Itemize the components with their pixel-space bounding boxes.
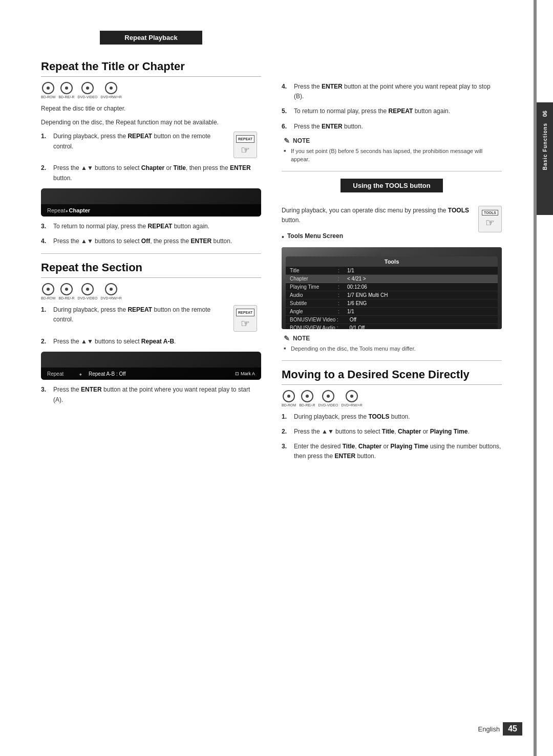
repeat-label: REPEAT (236, 135, 254, 143)
step-section-num-3: 3. (41, 385, 49, 404)
osd-repeat-label: Repeat (47, 207, 65, 213)
disc-icons-row1: BD-ROM BD-RE/-R DVD-VIDEO DVD+RW/+R (41, 82, 261, 99)
repeat-section-heading: Repeat the Section (41, 261, 261, 278)
step-repeat-4: 4. Press the ▲▼ buttons to select Off, t… (41, 236, 261, 246)
chapter-label: Basic Functions (542, 123, 548, 170)
note-label-2: NOTE (293, 335, 310, 342)
step-right-5: 5. To return to normal play, press the R… (282, 106, 502, 116)
disc-icon-dvdrw2: DVD+RW/+R (100, 283, 122, 300)
disc-icon-bdrer2: BD-RE/-R (58, 283, 74, 300)
note-item-2: Depending on the disc, the Tools menu ma… (284, 344, 502, 353)
osd-chapter-value: Chapter (69, 207, 90, 213)
step-right-text-4: Press the ENTER button at the point wher… (294, 82, 502, 101)
step-right-text-5: To return to normal play, press the REPE… (294, 106, 502, 116)
divider2 (282, 171, 502, 171)
step-moving-1: 1. During playback, press the TOOLS butt… (282, 412, 502, 422)
step-right-num-5: 5. (282, 106, 290, 116)
disc-icons-row3: BD-ROM BD-RE/-R DVD-VIDEO DVD+RW/+R (282, 390, 502, 407)
repeat-label2: REPEAT (236, 309, 254, 316)
hand-cursor-icon3: ☞ (485, 218, 495, 228)
page-number-container: English 45 (478, 722, 522, 736)
step-right-num-6: 6. (282, 122, 290, 132)
disc-icon-dvdrw: DVD+RW/+R (100, 82, 122, 99)
step-moving-text-2: Press the ▲▼ buttons to select Title, Ch… (294, 427, 502, 437)
note-icon-1: ✎ (284, 137, 290, 145)
osd-ab-label: Repeat (47, 371, 73, 377)
tools-screen-bg: Tools Title : 1/1 Chapter : < 4/21 > (282, 247, 502, 329)
tools-screen-container: Tools Title : 1/1 Chapter : < 4/21 > (282, 247, 502, 329)
step-section-num-1: 1. (41, 305, 49, 332)
step-moving-3: 3. Enter the desired Title, Chapter or P… (282, 442, 502, 461)
step-section-text-1: During playback, press the REPEAT button… (53, 305, 225, 332)
step-section-2: 2. Press the ▲▼ buttons to select Repeat… (41, 337, 261, 347)
repeat-intro1: Repeat the disc title or chapter. (41, 104, 261, 114)
step-moving-text-1: During playback, press the TOOLS button. (294, 412, 502, 422)
disc-icon-dvdvideo2: DVD-VIDEO (78, 283, 98, 300)
step-section-text-2: Press the ▲▼ buttons to select Repeat A-… (53, 337, 261, 347)
tools-menu-bullet: • Tools Menu Screen (282, 232, 502, 243)
side-tab: 06 Basic Functions (537, 102, 553, 215)
tools-intro-text: During playback, you can operate disc me… (282, 206, 502, 225)
step-moving-2: 2. Press the ▲▼ buttons to select Title,… (282, 427, 502, 437)
step-moving-num-2: 2. (282, 427, 290, 437)
disc-icon-dvdvideo3: DVD-VIDEO (318, 390, 338, 407)
bullet-dot: • (282, 232, 284, 243)
step-section-1: 1. During playback, press the REPEAT but… (41, 305, 261, 332)
step-repeat-1: 1. During playback, press the REPEAT but… (41, 132, 261, 158)
title-or-chapter-heading: Repeat the Title or Chapter (41, 60, 261, 77)
step-text-2: Press the ▲▼ buttons to select Chapter o… (53, 163, 261, 183)
step-num-2: 2. (41, 163, 49, 183)
note-item-1: If you set point (B) before 5 seconds ha… (284, 147, 502, 164)
step-num-1: 1. (41, 132, 49, 158)
divider3 (282, 360, 502, 361)
repeat-intro2: Depending on the disc, the Repeat functi… (41, 118, 261, 127)
tools-menu-row-audio: Audio : 1/7 ENG Multi CH (286, 291, 498, 299)
disc-icons-row2: BD-ROM BD-RE/-R DVD-VIDEO DVD+RW/+R (41, 283, 261, 300)
osd-ab-arrows: ⬥ (79, 371, 82, 377)
main-content: Repeat Playback Repeat the Title or Chap… (0, 0, 533, 756)
hand-cursor-icon2: ☞ (241, 318, 250, 329)
tools-menu-row-title: Title : 1/1 (286, 267, 498, 275)
tools-button-header: Using the TOOLS button (341, 179, 443, 192)
disc-icon-bdrom2: BD-ROM (41, 283, 55, 300)
osd-inner: Repeat ⬥ Chapter (41, 204, 261, 217)
repeat-chapter-osd: Repeat ⬥ Chapter (41, 188, 261, 217)
disc-icon-dvdrw3: DVD+RW/+R (341, 390, 363, 407)
tools-menu-screen-label: Tools Menu Screen (287, 232, 343, 243)
step-right-4: 4. Press the ENTER button at the point w… (282, 82, 502, 101)
chapter-number: 06 (542, 111, 548, 117)
osd-ab-inner: Repeat ⬥ Repeat A-B : Off ⊡ Mark A (41, 368, 261, 380)
tools-label: TOOLS (482, 210, 498, 215)
disc-icon-dvdvideo: DVD-VIDEO (78, 82, 98, 99)
step-section-3: 3. Press the ENTER button at the point w… (41, 385, 261, 404)
note-header-2: ✎ NOTE (284, 334, 502, 342)
step-section-num-2: 2. (41, 337, 49, 347)
tools-intro-container: TOOLS ☞ During playback, you can operate… (282, 206, 502, 232)
repeat-button-image: REPEAT ☞ (233, 132, 257, 158)
continued-steps: 4. Press the ENTER button at the point w… (282, 82, 502, 132)
step-num-3: 3. (41, 222, 49, 231)
repeat-playback-header: Repeat Playback (100, 31, 202, 45)
step-moving-text-3: Enter the desired Title, Chapter or Play… (294, 442, 502, 461)
tools-menu-row-bonusvideo: BONUSVIEW Video : Off (286, 316, 498, 324)
step-right-6: 6. Press the ENTER button. (282, 122, 502, 132)
moving-scene-heading: Moving to a Desired Scene Directly (282, 368, 502, 385)
note-icon-2: ✎ (284, 334, 290, 342)
step-right-text-6: Press the ENTER button. (294, 122, 502, 132)
step-repeat-2: 2. Press the ▲▼ buttons to select Chapte… (41, 163, 261, 183)
osd-ab-mark: ⊡ Mark A (235, 371, 255, 376)
language-label: English (478, 725, 500, 733)
step-right-num-4: 4. (282, 82, 290, 101)
disc-icon-bdrom3: BD-ROM (282, 390, 296, 407)
page-number: 45 (503, 722, 522, 736)
tools-menu-row-playtime: Playing Time : 00:12:06 (286, 283, 498, 291)
note-section-1: ✎ NOTE If you set point (B) before 5 sec… (282, 137, 502, 164)
step-section-text-3: Press the ENTER button at the point wher… (53, 385, 261, 404)
tools-menu: Tools Title : 1/1 Chapter : < 4/21 > (286, 256, 498, 329)
hand-cursor-icon: ☞ (241, 145, 250, 155)
tools-button-image: TOOLS ☞ (478, 206, 502, 232)
repeat-button-image2: REPEAT ☞ (233, 305, 257, 332)
step-text-1: During playback, press the REPEAT button… (53, 132, 225, 158)
tools-menu-row-bonusaudio: BONUSVIEW Audio : 0/1 Off (286, 324, 498, 329)
step-repeat-3: 3. To return to normal play, press the R… (41, 222, 261, 231)
